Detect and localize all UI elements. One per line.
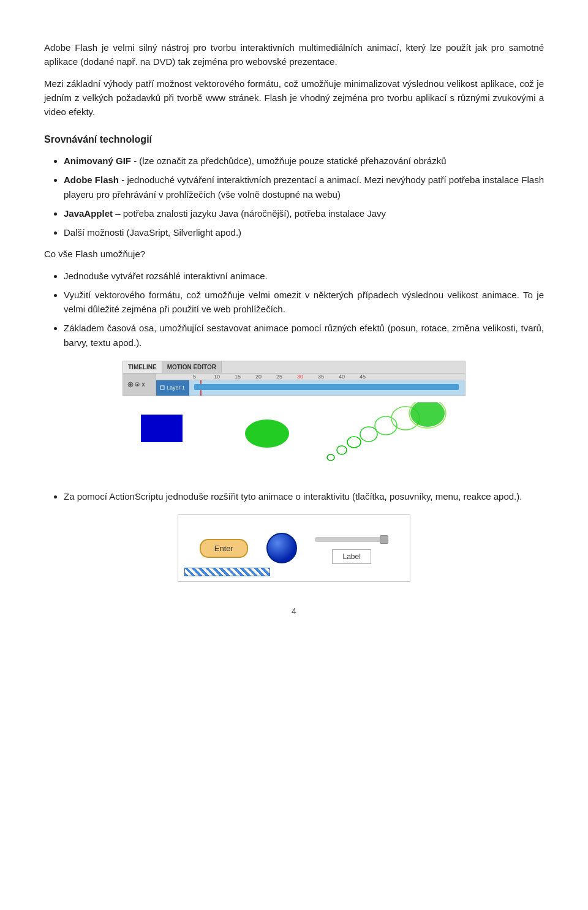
what-bullet-3: Základem časová osa, umožňující sestavov… xyxy=(64,321,544,350)
layer-content xyxy=(189,380,465,396)
svg-point-14 xyxy=(410,402,445,427)
svg-point-1 xyxy=(129,383,132,386)
action-bullet: Za pomocí ActionScriptu jednoduše rozšíř… xyxy=(64,489,544,503)
comparison-list: Animovaný GIF - (lze označit za předchůd… xyxy=(64,154,544,239)
list-item-other: Další možnosti (JavaSript, Silverlight a… xyxy=(64,225,544,239)
svg-point-9 xyxy=(347,437,361,448)
timeline-icons xyxy=(127,380,152,389)
svg-rect-3 xyxy=(137,384,138,386)
svg-point-10 xyxy=(360,427,377,442)
svg-point-11 xyxy=(375,416,397,435)
slider-demo xyxy=(315,537,388,542)
blue-stripe-demo xyxy=(184,568,270,576)
timeline-ruler: 5 10 15 20 25 30 35 40 45 xyxy=(156,374,465,380)
what-flash-heading: Co vše Flash umožňuje? xyxy=(44,247,544,261)
buttons-demo: Enter Label xyxy=(178,514,410,582)
timeline-tab-1: TIMELINE xyxy=(123,361,162,373)
java-label: JavaApplet xyxy=(64,208,113,219)
action-script-list: Za pomocí ActionScriptu jednoduše rozšíř… xyxy=(64,489,544,503)
page-number: 4 xyxy=(44,606,544,616)
flash-label: Adobe Flash xyxy=(64,175,119,185)
comparison-heading: Srovnávání technologií xyxy=(44,132,544,148)
svg-rect-6 xyxy=(160,386,164,389)
demo-ellipse xyxy=(245,419,289,448)
label-box-demo: Label xyxy=(332,549,371,564)
svg-point-8 xyxy=(337,446,347,454)
layer-icon xyxy=(160,385,165,390)
what-bullet-2: Využití vektorového formátu, což umožňuj… xyxy=(64,288,544,317)
gif-text: - (lze označit za předchůdce), umožňuje … xyxy=(131,156,446,166)
java-text: – potřeba znalosti jazyku Java (náročněj… xyxy=(113,208,386,219)
slider-thumb xyxy=(380,535,388,544)
flash-text: - jednoduché vytváření interaktivních pr… xyxy=(64,175,544,199)
svg-point-7 xyxy=(327,454,334,461)
what-bullet-1: Jednoduše vytvářet rozsáhlé interaktivní… xyxy=(64,269,544,283)
animation-demo xyxy=(123,396,466,476)
demo-rectangle xyxy=(141,415,183,442)
gif-label: Animovaný GIF xyxy=(64,156,131,166)
timeline-tab-2: MOTION EDITOR xyxy=(162,361,222,373)
intro-paragraph-2: Mezi základní výhody patří možnost vekto… xyxy=(44,77,544,119)
list-item-flash: Adobe Flash - jednoduché vytváření inter… xyxy=(64,173,544,201)
blue-circle-button-demo xyxy=(266,533,297,563)
timeline-panel: TIMELINE MOTION EDITOR xyxy=(123,361,466,396)
intro-paragraph-1: Adobe Flash je velmi silný nástroj pro t… xyxy=(44,40,544,69)
buttons-demo-block: Enter Label xyxy=(44,514,544,582)
list-item-java: JavaApplet – potřeba znalosti jazyku Jav… xyxy=(64,206,544,220)
what-flash-list: Jednoduše vytvářet rozsáhlé interaktivní… xyxy=(64,269,544,350)
layer-label: Layer 1 xyxy=(156,380,189,396)
list-item-gif: Animovaný GIF - (lze označit za předchůd… xyxy=(64,154,544,168)
enter-button-demo: Enter xyxy=(200,539,248,558)
demo-trail xyxy=(318,402,453,470)
timeline-layer-row: Layer 1 xyxy=(156,380,465,396)
timeline-image-block: TIMELINE MOTION EDITOR xyxy=(44,361,544,476)
